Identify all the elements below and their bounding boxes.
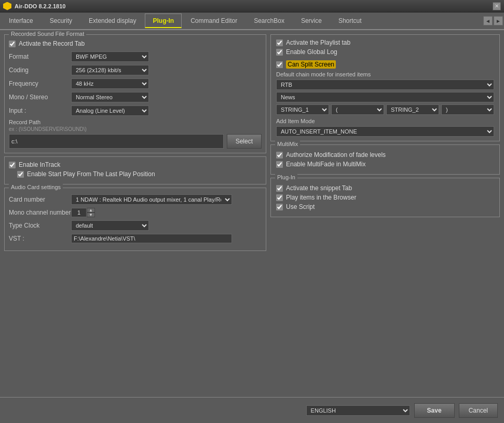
spinbox-down-btn[interactable]: ▼	[87, 213, 95, 217]
tab-bar: Interface Security Extended display Plug…	[0, 12, 504, 30]
mono-stereo-select[interactable]: Normal Stereo Mono	[71, 92, 149, 102]
activate-snippet-checkbox[interactable]	[276, 185, 283, 192]
multimix-title: MultiMix	[275, 141, 300, 147]
use-script-checkbox[interactable]	[276, 204, 283, 210]
format-select[interactable]: BWF MPEG WAV MP3	[71, 51, 149, 62]
card-number-label: Card number	[9, 196, 71, 203]
add-item-mode-select[interactable]: AUTO_INSERT_ITEM_NONE AUTO_INSERT_ITEM_E…	[276, 126, 494, 137]
enable-intrack-checkbox[interactable]	[9, 162, 16, 168]
enable-multifade-checkbox[interactable]	[276, 161, 283, 168]
audio-card-group: Audio Card settings Card number 1 NDAW :…	[4, 188, 266, 251]
plugin-title: Plug-In	[275, 174, 297, 180]
activate-record-label: Activate the Record Tab	[19, 40, 85, 47]
format-label: Format	[9, 53, 71, 60]
tab-next-button[interactable]: ►	[494, 16, 503, 25]
authorize-fade-label: Authorize Modification of fade levels	[286, 151, 386, 158]
input-label: Input :	[9, 107, 71, 114]
coding-select[interactable]: 256 (2x128) kbit/s 128 kbit/s	[71, 65, 149, 75]
title-bar: Air-DDO 8.2.2.1810 ✕	[0, 0, 504, 12]
frequency-select[interactable]: 48 kHz 44.1 kHz	[71, 78, 149, 89]
enable-multifade-label: Enable MultiFade in MultiMix	[286, 161, 365, 168]
recorded-sound-title: Recorded Sound File Format	[9, 31, 86, 37]
authorize-fade-checkbox[interactable]	[276, 152, 283, 158]
use-script-label: Use Script	[286, 203, 315, 210]
activate-record-checkbox[interactable]	[9, 41, 16, 47]
tab-prev-button[interactable]: ◄	[483, 16, 493, 25]
can-split-screen-label: Can Split Screen	[286, 61, 336, 68]
plugin-group: Plug-In Activate the snippet Tab Play it…	[270, 178, 500, 217]
app-title: Air-DDO 8.2.2.1810	[15, 3, 65, 9]
language-select[interactable]: ENGLISH FRENCH GERMAN	[306, 405, 410, 416]
record-path-label: Record Path	[9, 119, 262, 125]
cancel-button[interactable]: Cancel	[459, 403, 498, 418]
mono-channel-label: Mono channel number	[9, 209, 71, 216]
mono-channel-input[interactable]	[71, 208, 87, 217]
enable-global-log-checkbox[interactable]	[276, 49, 283, 56]
app-icon	[3, 2, 11, 10]
mono-stereo-label: Mono / Stereo	[9, 94, 71, 101]
record-path-input[interactable]	[9, 134, 224, 149]
type-clock-select[interactable]: default Internal External	[71, 220, 149, 231]
activate-playlist-label: Activate the Playlist tab	[286, 39, 350, 46]
tab-security[interactable]: Security	[42, 14, 80, 28]
tab-searchbox[interactable]: SearchBox	[246, 14, 292, 28]
tab-shortcut[interactable]: Shortcut	[331, 14, 370, 28]
playlist-group: Activate the Playlist tab Enable Global …	[270, 34, 500, 141]
type-clock-label: Type Clock	[9, 222, 71, 229]
enable-intrack-label: Enable InTrack	[19, 161, 60, 168]
spinbox-up-btn[interactable]: ▲	[87, 208, 95, 213]
chain-mode-select-1[interactable]: RTB AUTO	[276, 80, 494, 90]
vst-input[interactable]	[71, 234, 232, 243]
save-button[interactable]: Save	[414, 403, 455, 418]
bracket-open-select[interactable]: ( [	[331, 104, 384, 115]
default-chain-mode-label: Default chain mode for inserted items	[276, 71, 494, 77]
enable-start-play-label: Enable Start Play From The Last Play Pos…	[27, 170, 155, 178]
multimix-group: MultiMix Authorize Modification of fade …	[270, 144, 500, 175]
string2-select[interactable]: STRING_2 STRING_1	[386, 104, 439, 115]
mono-channel-spinbox: ▲ ▼	[71, 208, 95, 217]
activate-playlist-checkbox[interactable]	[276, 39, 283, 46]
select-button[interactable]: Select	[227, 134, 262, 149]
chain-mode-select-2[interactable]: News Sport	[276, 92, 494, 102]
tab-extended-display[interactable]: Extended display	[81, 14, 144, 28]
string1-select[interactable]: STRING_1 STRING_2	[276, 104, 329, 115]
bottom-bar: ENGLISH FRENCH GERMAN Save Cancel	[0, 397, 504, 423]
recorded-sound-group: Recorded Sound File Format Activate the …	[4, 34, 266, 153]
play-items-checkbox[interactable]	[276, 194, 283, 201]
intrack-group: Enable InTrack Enable Start Play From Th…	[4, 156, 266, 184]
enable-start-play-checkbox[interactable]	[17, 171, 24, 178]
tab-service[interactable]: Service	[293, 14, 330, 28]
enable-global-log-label: Enable Global Log	[286, 48, 337, 56]
record-path-hint: ex : (\\SOUNDSERVER\SOUND\)	[9, 126, 262, 132]
activate-snippet-label: Activate the snippet Tab	[286, 184, 352, 192]
vst-label: VST :	[9, 235, 71, 242]
bracket-close-select[interactable]: ) ]	[441, 104, 494, 115]
audio-card-title: Audio Card settings	[9, 184, 63, 190]
close-button[interactable]: ✕	[493, 2, 501, 10]
coding-label: Coding	[9, 67, 71, 74]
tab-interface[interactable]: Interface	[1, 14, 41, 28]
tab-command-editor[interactable]: Command Editor	[183, 14, 245, 28]
play-items-label: Play items in the Browser	[286, 194, 356, 201]
add-item-mode-label: Add Item Mode	[276, 118, 494, 124]
card-number-select[interactable]: 1 NDAW : Realtek HD Audio output mixer, …	[71, 194, 232, 205]
frequency-label: Frequency	[9, 80, 71, 87]
can-split-screen-checkbox[interactable]	[276, 61, 283, 68]
tab-plug-in[interactable]: Plug-In	[145, 14, 182, 28]
input-select[interactable]: Analog (Line Level) Digital	[71, 105, 149, 116]
